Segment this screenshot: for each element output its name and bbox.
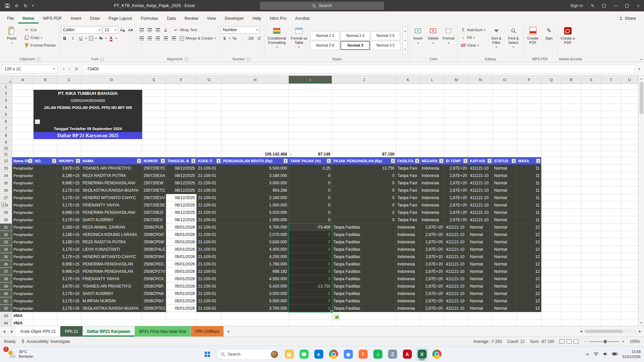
cell-R41[interactable]: [561, 297, 581, 305]
cell-I44[interactable]: [289, 319, 332, 326]
cell-I24[interactable]: 0: [289, 172, 332, 179]
cell-U32[interactable]: [621, 231, 638, 238]
sheet-tab-kode-objek-pph-21[interactable]: Kode Objek PPh 21: [16, 326, 60, 337]
cell-M43[interactable]: [444, 312, 469, 319]
cell-T32[interactable]: [601, 231, 621, 238]
ribbon-tab-wps-pdf[interactable]: WPS PDF: [39, 14, 66, 23]
column-header-C[interactable]: C: [57, 76, 81, 83]
cell-I27[interactable]: 0: [289, 194, 332, 201]
cell-R8[interactable]: [561, 132, 581, 139]
cell-U9[interactable]: [621, 139, 638, 145]
cell-L30[interactable]: Indonesia: [420, 216, 444, 224]
cell-E23[interactable]: 250720EYC: [142, 165, 166, 172]
row-header-27[interactable]: 27: [0, 194, 12, 201]
cell-E37[interactable]: 2508CP27V: [142, 268, 166, 275]
cell-C39[interactable]: 3,67E+15: [57, 283, 81, 290]
orientation-icon[interactable]: ∠: [162, 26, 169, 34]
cell-P37[interactable]: 12: [517, 268, 541, 275]
cell-R29[interactable]: [561, 209, 581, 216]
cell-A33[interactable]: Penghasilan yang diter: [12, 238, 34, 246]
cell-O38[interactable]: Normal: [493, 275, 517, 283]
cell-N44[interactable]: [469, 319, 493, 326]
cell-P5[interactable]: [517, 111, 541, 118]
cell-Q40[interactable]: [541, 290, 561, 297]
gallery-down-icon[interactable]: ▼: [403, 36, 407, 45]
cell-H32[interactable]: 2.070.000: [222, 231, 289, 238]
cell-A10[interactable]: [12, 145, 34, 151]
cell-U1[interactable]: [621, 84, 638, 90]
cell-D10[interactable]: [81, 145, 142, 151]
cell-E41[interactable]: 2508CP8U': [142, 297, 166, 305]
cell-K30[interactable]: Tanpa Fasi: [396, 216, 420, 224]
cell-L10[interactable]: [420, 145, 444, 151]
cell-B33[interactable]: [34, 238, 57, 246]
cell-J4[interactable]: [332, 104, 396, 111]
cell-R5[interactable]: [561, 111, 581, 118]
insert-function-icon[interactable]: fx: [75, 66, 78, 71]
cell-K37[interactable]: Indonesia: [396, 268, 420, 275]
scroll-up-icon[interactable]: ▲: [639, 76, 644, 81]
cell-E43[interactable]: [142, 312, 166, 319]
cell-U36[interactable]: [621, 260, 638, 268]
cell-O2[interactable]: [493, 90, 517, 97]
cell-H42[interactable]: 3.700.000: [222, 305, 289, 312]
cell-D9[interactable]: [81, 139, 142, 145]
cell-J40[interactable]: Tanpa Fasilitas: [332, 290, 396, 297]
cell-O10[interactable]: [493, 145, 517, 151]
cell-C40[interactable]: 3,17E+15: [57, 290, 81, 297]
cell-U10[interactable]: [621, 145, 638, 151]
wifi-icon[interactable]: [593, 352, 599, 357]
wps-create-pdf-button[interactable]: Create PDF: [525, 25, 541, 56]
column-header-U[interactable]: U: [621, 76, 638, 83]
cell-U28[interactable]: [621, 201, 638, 209]
cut-button[interactable]: ✂Cut: [23, 26, 57, 34]
cell-D37[interactable]: PENERIMA PENGHASILAN: [81, 268, 142, 275]
normal-view-icon[interactable]: [559, 339, 565, 344]
cell-J28[interactable]: 0: [332, 201, 396, 209]
cell-T39[interactable]: [601, 283, 621, 290]
cell-F35[interactable]: 05/01/2026: [166, 253, 197, 260]
cell-I5[interactable]: [289, 111, 332, 118]
cell-E26[interactable]: 250720ETC: [142, 187, 166, 194]
cell-P2[interactable]: [517, 90, 541, 97]
cell-H41[interactable]: 5.500.000: [222, 297, 289, 305]
cell-J33[interactable]: Tanpa Fasilitas: [332, 238, 396, 246]
cell-I30[interactable]: 0: [289, 216, 332, 224]
cell-D43[interactable]: [81, 312, 142, 319]
italic-button[interactable]: I: [69, 35, 76, 42]
cell-T36[interactable]: [601, 260, 621, 268]
cell-K41[interactable]: Indonesia: [396, 297, 420, 305]
cell-A35[interactable]: Penghasilan yang diter: [12, 253, 34, 260]
qat-customize-icon[interactable]: ▾: [31, 2, 35, 10]
cell-E8[interactable]: [142, 132, 166, 139]
cell-H36[interactable]: 1.760.000: [222, 260, 289, 268]
cell-H5[interactable]: [222, 111, 289, 118]
vertical-scroll-thumb[interactable]: [640, 82, 643, 114]
cell-I41[interactable]: 0: [289, 297, 332, 305]
cell-A30[interactable]: Penghasilan yang diter: [12, 216, 34, 224]
cell-H12[interactable]: PENGHASILAN BRUTO (Rp)▼: [222, 157, 289, 165]
sign-in-button[interactable]: Sign in: [566, 3, 587, 8]
cell-C31[interactable]: 3,28E+15: [57, 224, 81, 231]
cell-K10[interactable]: [396, 145, 420, 151]
filter-icon[interactable]: ▼: [76, 159, 80, 163]
cell-P33[interactable]: 12: [517, 238, 541, 246]
cell-K12[interactable]: FASILITA▼: [396, 157, 420, 165]
ribbon-tab-draw[interactable]: Draw: [86, 14, 104, 23]
cell-S44[interactable]: [581, 319, 601, 326]
cell-Q36[interactable]: [541, 260, 561, 268]
cell-T30[interactable]: [601, 216, 621, 224]
cell-style-normal-2-4[interactable]: Normal 2 4: [340, 31, 370, 40]
cell-N42[interactable]: Normal: [469, 305, 493, 312]
column-header-L[interactable]: L: [420, 76, 444, 83]
checkbox[interactable]: ✓: [35, 119, 40, 124]
cell-D24[interactable]: REZA RADITYA PUTRA: [81, 172, 142, 179]
cell-P10[interactable]: [517, 145, 541, 151]
cell-J37[interactable]: Tanpa Fasilitas: [332, 268, 396, 275]
cell-Q34[interactable]: [541, 246, 561, 253]
cell-D38[interactable]: FRIENANTY YAHYA: [81, 275, 142, 283]
row-header-12[interactable]: 12: [0, 157, 12, 165]
taskbar-app-file-explorer-icon[interactable]: ▤: [283, 348, 296, 361]
cell-L41[interactable]: 2,87E+20: [420, 297, 444, 305]
cell-N25[interactable]: 411121-10: [469, 179, 493, 187]
